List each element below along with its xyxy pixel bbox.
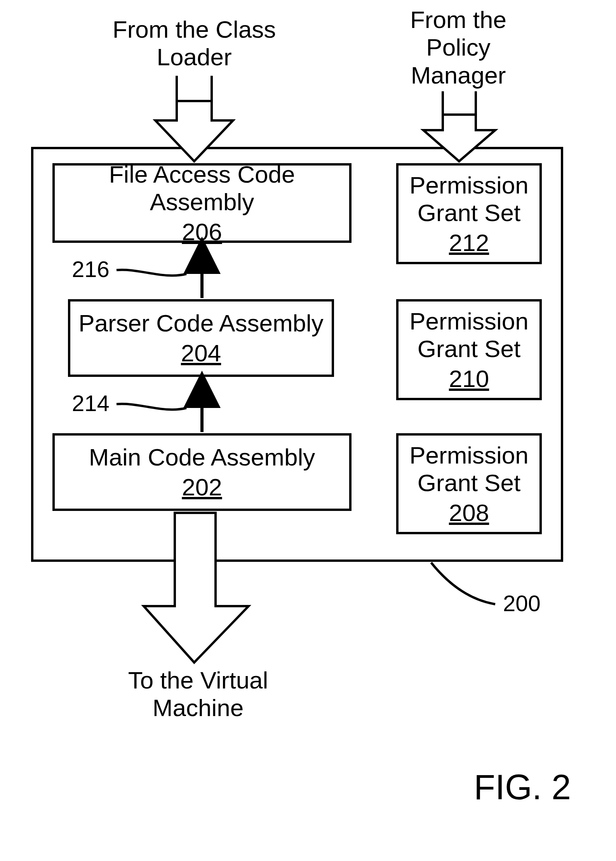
arrow-from-policy-manager [423,91,495,161]
leader-200 [431,563,495,604]
diagram-stage: From the Class Loader From the Policy Ma… [0,0,616,861]
arrows-overlay [0,0,616,861]
arrow-from-class-loader [155,76,233,161]
leader-216 [117,270,186,275]
arrow-to-virtual-machine [144,513,249,662]
leader-214 [117,404,186,410]
